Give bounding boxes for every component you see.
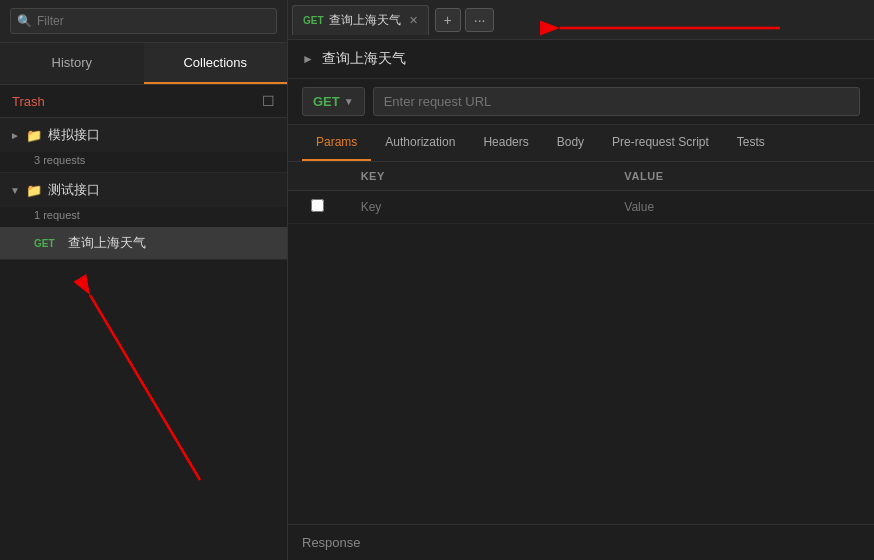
sub-tab-authorization[interactable]: Authorization — [371, 125, 469, 161]
collection-group-2: ▼ 📁 测试接口 1 request GET 查询上海天气 — [0, 173, 287, 260]
method-badge-get: GET — [34, 238, 60, 249]
tab-history[interactable]: History — [0, 43, 144, 84]
main-panel: GET 查询上海天气 ✕ + ··· ► 查询上海天气 GET ▼ Params — [288, 0, 874, 560]
collection-sub-1: 3 requests — [0, 152, 287, 172]
caret-icon-1: ► — [10, 130, 20, 141]
response-label: Response — [302, 535, 361, 550]
sidebar-tabs: History Collections — [0, 43, 287, 85]
search-bar: 🔍 — [0, 0, 287, 43]
add-tab-button[interactable]: + — [435, 8, 461, 32]
request-name-weather: 查询上海天气 — [68, 234, 146, 252]
collection-name-2: 测试接口 — [48, 181, 100, 199]
request-title: 查询上海天气 — [322, 50, 406, 68]
response-section: Response — [288, 524, 874, 560]
method-caret-icon: ▼ — [344, 96, 354, 107]
trash-row: Trash ☐ — [0, 85, 287, 118]
tab-method-label: GET — [303, 15, 324, 26]
request-title-bar: ► 查询上海天气 — [288, 40, 874, 79]
method-value: GET — [313, 94, 340, 109]
col-header-check — [288, 162, 347, 191]
tab-actions: + ··· — [435, 8, 495, 32]
col-header-key: KEY — [347, 162, 611, 191]
table-row — [288, 191, 874, 224]
value-input[interactable] — [624, 200, 860, 214]
more-tabs-button[interactable]: ··· — [465, 8, 495, 32]
search-icon: 🔍 — [17, 14, 32, 28]
request-tab-bar: GET 查询上海天气 ✕ + ··· — [288, 0, 874, 40]
folder-icon-2: 📁 — [26, 183, 42, 198]
collection-header-1[interactable]: ► 📁 模拟接口 — [0, 118, 287, 152]
search-input[interactable] — [10, 8, 277, 34]
sub-tab-pre-request[interactable]: Pre-request Script — [598, 125, 723, 161]
new-collection-icon[interactable]: ☐ — [262, 93, 275, 109]
collections-list: ► 📁 模拟接口 3 requests ▼ 📁 测试接口 1 request G… — [0, 118, 287, 560]
collection-name-1: 模拟接口 — [48, 126, 100, 144]
sub-tab-params[interactable]: Params — [302, 125, 371, 161]
params-area: KEY VALUE — [288, 162, 874, 524]
key-input[interactable] — [361, 200, 597, 214]
collection-header-2[interactable]: ▼ 📁 测试接口 — [0, 173, 287, 207]
params-table: KEY VALUE — [288, 162, 874, 224]
row-value-cell — [610, 191, 874, 224]
tab-collections[interactable]: Collections — [144, 43, 288, 84]
sub-tab-tests[interactable]: Tests — [723, 125, 779, 161]
request-item-get-weather[interactable]: GET 查询上海天气 — [0, 227, 287, 259]
collection-group-1: ► 📁 模拟接口 3 requests — [0, 118, 287, 173]
tab-request-name: 查询上海天气 — [329, 12, 401, 29]
sub-tab-headers[interactable]: Headers — [469, 125, 542, 161]
request-tab-active[interactable]: GET 查询上海天气 ✕ — [292, 5, 429, 35]
method-select[interactable]: GET ▼ — [302, 87, 365, 116]
sidebar: 🔍 History Collections Trash ☐ ► 📁 模拟接口 3… — [0, 0, 288, 560]
collection-sub-2: 1 request — [0, 207, 287, 227]
row-check-cell — [288, 191, 347, 224]
trash-label[interactable]: Trash — [12, 94, 45, 109]
expand-icon[interactable]: ► — [302, 52, 314, 66]
folder-icon-1: 📁 — [26, 128, 42, 143]
caret-icon-2: ▼ — [10, 185, 20, 196]
close-tab-icon[interactable]: ✕ — [409, 14, 418, 27]
request-sub-tabs: Params Authorization Headers Body Pre-re… — [288, 125, 874, 162]
sub-tab-body[interactable]: Body — [543, 125, 598, 161]
row-checkbox[interactable] — [302, 199, 333, 212]
url-input[interactable] — [373, 87, 860, 116]
url-bar: GET ▼ — [288, 79, 874, 125]
col-header-value: VALUE — [610, 162, 874, 191]
row-key-cell — [347, 191, 611, 224]
